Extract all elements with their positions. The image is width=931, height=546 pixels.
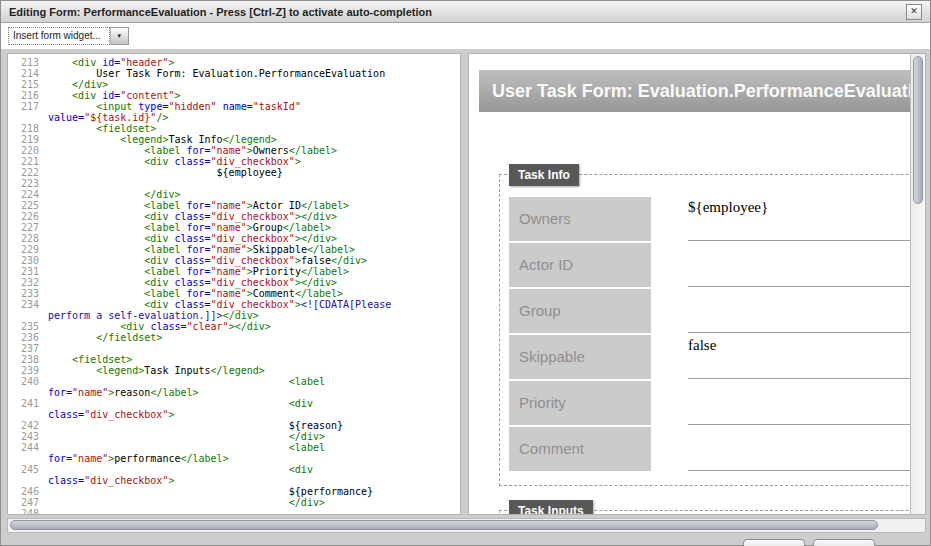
insert-widget-select[interactable]: Insert form widget... ▼ [8,27,129,45]
form-row: Group [509,289,926,333]
line-number: 217 [8,101,48,123]
form-row: Owners${employee} [509,197,926,241]
code-line: 244 <label for="name">performance</label… [8,442,460,464]
code-line: 246 ${performance} [8,486,460,497]
line-number: 236 [8,332,48,343]
code-text: <label for="name">performance</label> [48,442,409,464]
fieldset-legend: Task Inputs [509,500,593,515]
field-label: Skippable [509,335,651,379]
field-label: Comment [509,427,651,471]
code-text [48,508,409,515]
code-text: <legend>Task Inputs</legend> [48,365,409,376]
code-text: <div class="div_checkbox"> [48,156,409,167]
form-row: Skippablefalse [509,335,926,379]
form-row: Comment [509,427,926,471]
preview-content: User Task Form: Evaluation.PerformanceEv… [469,54,926,515]
field-label: Group [509,289,651,333]
line-number: 248 [8,508,48,515]
code-line: 215 </div> [8,79,460,90]
field-value[interactable] [688,289,926,333]
code-line: 227 <label for="name">Group</label> [8,222,460,233]
preview-form-header: User Task Form: Evaluation.PerformanceEv… [479,70,926,112]
code-text: <input type="hidden" name="taskId" value… [48,101,409,123]
code-line: 248 [8,508,460,515]
line-number: 215 [8,79,48,90]
line-number: 241 [8,398,48,420]
code-line: 225 <label for="name">Actor ID</label> [8,200,460,211]
line-number: 231 [8,266,48,277]
code-line: 226 <div class="div_checkbox"></div> [8,211,460,222]
dropdown-arrow-icon[interactable]: ▼ [110,27,129,45]
form-editor-dialog: Editing Form: PerformanceEvaluation - Pr… [0,0,931,546]
field-label: Owners [509,197,651,241]
horizontal-scrollbar[interactable] [7,518,926,533]
form-row: Actor ID [509,243,926,287]
insert-widget-value: Insert form widget... [8,27,110,45]
code-line: 222 ${employee} [8,167,460,178]
code-text: <div class="div_checkbox"> [48,464,409,486]
field-value[interactable] [688,243,926,287]
line-number: 235 [8,321,48,332]
line-number: 224 [8,189,48,200]
code-line: 224 </div> [8,189,460,200]
preview-vertical-scrollbar[interactable] [910,54,925,514]
dialog-title: Editing Form: PerformanceEvaluation - Pr… [9,6,432,18]
code-line: 219 <legend>Task Info</legend> [8,134,460,145]
code-text: <div class="div_checkbox"><![CDATA[Pleas… [48,299,409,321]
code-line: 241 <div class="div_checkbox"> [8,398,460,420]
field-value[interactable] [688,381,926,425]
code-line: 234 <div class="div_checkbox"><![CDATA[P… [8,299,460,321]
code-line: 214 User Task Form: Evaluation.Performan… [8,68,460,79]
code-line: 236 </fieldset> [8,332,460,343]
code-line: 230 <div class="div_checkbox">false</div… [8,255,460,266]
code-text: ${reason} [48,420,409,431]
code-line: 218 <fieldset> [8,123,460,134]
horizontal-scrollbar-thumb[interactable] [10,520,878,530]
field-value[interactable] [688,427,926,471]
code-line: 213 <div id="header"> [8,57,460,68]
line-number: 243 [8,431,48,442]
code-editor[interactable]: 213 <div id="header">214 User Task Form:… [7,53,461,515]
code-line: 229 <label for="name">Skippable</label> [8,244,460,255]
fieldset-legend: Task Info [509,164,579,186]
line-number: 226 [8,211,48,222]
code-text: <div class="div_checkbox"></div> [48,233,409,244]
form-row: Priority [509,381,926,425]
code-text: <fieldset> [48,354,409,365]
line-number: 218 [8,123,48,134]
field-label: Actor ID [509,243,651,287]
line-number: 220 [8,145,48,156]
line-number: 230 [8,255,48,266]
field-value[interactable]: ${employee} [688,197,926,241]
code-line: 217 <input type="hidden" name="taskId" v… [8,101,460,123]
code-text: <fieldset> [48,123,409,134]
vertical-scrollbar-thumb[interactable] [913,56,923,204]
code-text: <label for="name">Group</label> [48,222,409,233]
code-line: 243 </div> [8,431,460,442]
line-number: 225 [8,200,48,211]
line-number: 221 [8,156,48,167]
code-line: 237 [8,343,460,354]
line-number: 214 [8,68,48,79]
line-number: 219 [8,134,48,145]
line-number: 245 [8,464,48,486]
code-lines: 213 <div id="header">214 User Task Form:… [8,54,460,515]
preview-fieldsets: Task InfoOwners${employee}Actor IDGroupS… [479,174,926,515]
code-text: <label for="name">Owners</label> [48,145,409,156]
code-text: <div id="header"> [48,57,409,68]
form-preview-pane: User Task Form: Evaluation.PerformanceEv… [468,53,926,515]
toolbar: Insert form widget... ▼ [1,23,930,49]
line-number: 242 [8,420,48,431]
line-number: 244 [8,442,48,464]
close-icon[interactable]: ✕ [906,4,922,20]
code-line: 223 [8,178,460,189]
bottom-button-1[interactable] [743,539,805,546]
field-value[interactable]: false [688,335,926,379]
line-number: 223 [8,178,48,189]
bottom-button-2[interactable] [813,539,875,546]
line-number: 232 [8,277,48,288]
dialog-titlebar: Editing Form: PerformanceEvaluation - Pr… [1,1,930,23]
code-line: 245 <div class="div_checkbox"> [8,464,460,486]
code-text: <div class="div_checkbox">false</div> [48,255,409,266]
code-line: 228 <div class="div_checkbox"></div> [8,233,460,244]
